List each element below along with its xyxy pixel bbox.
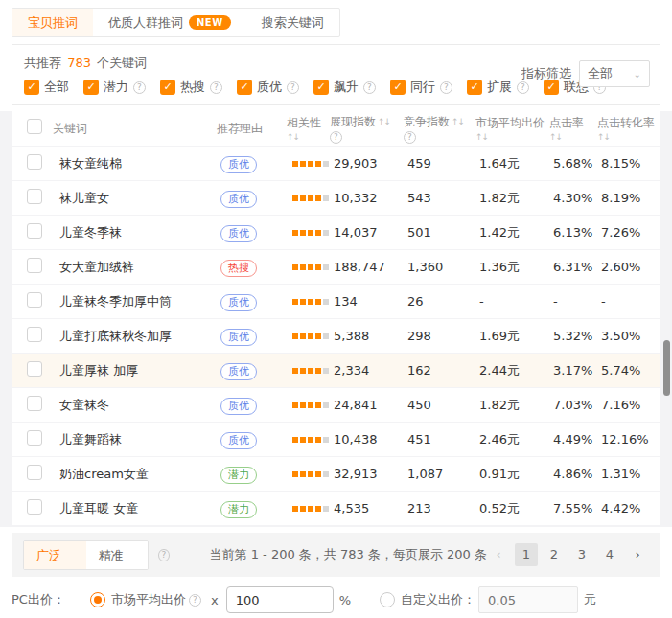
- relevance-square: [323, 402, 329, 408]
- row-checkbox-cell: [12, 499, 53, 518]
- checkbox-checked-icon[interactable]: ✓: [160, 80, 175, 95]
- checkbox-checked-icon[interactable]: ✓: [83, 80, 99, 95]
- keyword-cell: 女童袜冬: [53, 397, 217, 414]
- table-row[interactable]: 袜女童纯棉质优29,9034591.64元5.68%8.15%: [12, 147, 660, 180]
- conversion-rate-cell: 12.16%: [597, 432, 660, 446]
- relevance-square: [308, 368, 313, 374]
- help-icon[interactable]: ?: [133, 81, 146, 94]
- page-prev-button[interactable]: ‹: [487, 543, 510, 566]
- match-mode-2[interactable]: 精准匹配: [86, 541, 149, 569]
- column-header-6[interactable]: 市场平均出价↑↓: [475, 115, 549, 142]
- table-row[interactable]: 儿童冬季袜质优14,0375011.42元6.13%7.26%: [12, 216, 660, 249]
- help-icon[interactable]: ?: [287, 81, 299, 94]
- market-avg-bid-cell: 1.69元: [475, 328, 549, 345]
- column-header-7[interactable]: 点击率↑↓: [549, 115, 597, 142]
- checkbox-checked-icon[interactable]: ✓: [237, 80, 252, 95]
- table-row[interactable]: 儿童舞蹈袜质优10,4384512.46元4.49%12.16%: [12, 423, 660, 456]
- row-checkbox[interactable]: [27, 499, 42, 515]
- row-checkbox[interactable]: [27, 154, 42, 170]
- table-row[interactable]: 女童袜冬质优24,8414501.82元7.03%7.16%: [12, 388, 660, 422]
- page-button-4[interactable]: 4: [598, 543, 621, 566]
- sort-icon[interactable]: ↑↓: [549, 132, 562, 142]
- tab-1[interactable]: 宝贝推词: [12, 9, 93, 36]
- relevance-square: [308, 333, 313, 339]
- row-checkbox[interactable]: [27, 258, 42, 273]
- page-button-3[interactable]: 3: [570, 543, 593, 566]
- table-row[interactable]: 女大童加绒裤热搜188,7471,3601.36元6.31%2.60%: [12, 250, 660, 284]
- select-all-checkbox[interactable]: [27, 119, 42, 134]
- sort-icon[interactable]: ↑↓: [597, 132, 610, 142]
- sort-icon[interactable]: ↑↓: [378, 117, 390, 126]
- row-checkbox[interactable]: [27, 396, 42, 411]
- metric-filter-select[interactable]: 全部 ⌄: [579, 60, 650, 87]
- column-header-1[interactable]: 关键词: [53, 121, 217, 137]
- table-row[interactable]: 儿童耳暖 女童潜力4,5352130.52元7.55%4.42%: [12, 492, 660, 525]
- row-checkbox[interactable]: [27, 327, 42, 342]
- row-checkbox[interactable]: [27, 430, 42, 446]
- table-row[interactable]: 奶油cream女童潜力32,9131,0870.91元4.86%1.31%: [12, 457, 660, 491]
- sort-icon[interactable]: ↑↓: [452, 117, 464, 126]
- table-row[interactable]: 儿童袜冬季加厚中筒质优13426---: [12, 285, 660, 318]
- row-checkbox[interactable]: [27, 189, 42, 204]
- help-icon[interactable]: ?: [330, 131, 342, 144]
- row-checkbox[interactable]: [27, 223, 42, 239]
- filter-option-3[interactable]: ✓热搜?: [160, 79, 222, 96]
- help-icon[interactable]: ?: [440, 81, 452, 94]
- column-header-5[interactable]: 竞争指数↑↓?: [404, 114, 475, 144]
- table-row[interactable]: 袜儿童女质优10,3325431.82元4.30%8.19%: [12, 181, 660, 215]
- filter-option-2[interactable]: ✓潜力?: [83, 79, 146, 96]
- relevance-square: [292, 368, 298, 374]
- filter-panel: 共推荐 783 个关键词 ✓全部✓潜力?✓热搜?✓质优?✓飙升?✓同行?✓扩展?…: [12, 44, 660, 105]
- checkbox-checked-icon[interactable]: ✓: [313, 80, 329, 95]
- relevance-square: [292, 333, 298, 339]
- row-checkbox-cell: [12, 154, 53, 173]
- table-row[interactable]: 儿童打底袜秋冬加厚质优5,3882981.69元5.32%3.50%: [12, 319, 660, 353]
- column-header-3[interactable]: 相关性↑↓: [287, 115, 330, 142]
- table-row[interactable]: 儿童厚袜 加厚质优2,3341622.44元3.17%5.74%: [12, 354, 660, 387]
- sort-icon[interactable]: ↑↓: [475, 132, 488, 142]
- market-avg-bid-radio[interactable]: [90, 592, 105, 607]
- column-header-2[interactable]: 推荐理由: [217, 121, 287, 137]
- scrollbar-thumb[interactable]: [663, 340, 670, 396]
- custom-bid-radio[interactable]: [380, 592, 395, 607]
- tab-3[interactable]: 搜索关键词: [246, 9, 339, 36]
- row-checkbox[interactable]: [27, 465, 42, 480]
- filter-option-5[interactable]: ✓飙升?: [313, 79, 376, 96]
- filter-option-6[interactable]: ✓同行?: [390, 79, 452, 96]
- relevance-square: [308, 471, 313, 477]
- keyword-cell: 儿童舞蹈袜: [53, 431, 217, 448]
- column-header-4[interactable]: 展现指数↑↓?: [330, 114, 404, 144]
- checkbox-checked-icon[interactable]: ✓: [390, 80, 406, 95]
- conversion-rate-cell: 3.50%: [597, 329, 660, 343]
- relevance-square: [308, 437, 313, 443]
- help-icon[interactable]: ?: [210, 81, 222, 94]
- custom-bid-input[interactable]: [478, 586, 578, 613]
- sort-icon[interactable]: ↑↓: [287, 132, 299, 142]
- match-mode-1[interactable]: 广泛匹配: [24, 541, 86, 569]
- page-button-2[interactable]: 2: [543, 543, 566, 566]
- row-checkbox[interactable]: [27, 292, 42, 308]
- table-header-row: 关键词推荐理由相关性↑↓展现指数↑↓?竞争指数↑↓?市场平均出价↑↓点击率↑↓点…: [12, 111, 660, 146]
- column-header-label: 竞争指数↑↓: [404, 114, 475, 130]
- row-checkbox[interactable]: [27, 361, 42, 377]
- help-icon[interactable]: ?: [363, 81, 376, 94]
- tab-label: 搜索关键词: [262, 14, 324, 32]
- filter-option-4[interactable]: ✓质优?: [237, 79, 299, 96]
- bid-percent-input[interactable]: [226, 586, 334, 613]
- checkbox-checked-icon[interactable]: ✓: [24, 80, 39, 95]
- checkbox-checked-icon[interactable]: ✓: [467, 80, 482, 95]
- filter-option-1[interactable]: ✓全部: [24, 79, 69, 96]
- help-icon[interactable]: ?: [404, 131, 416, 144]
- filter-option-7[interactable]: ✓扩展?: [467, 79, 529, 96]
- tab-2[interactable]: 优质人群推词NEW: [93, 9, 246, 36]
- conversion-rate-cell: 7.16%: [597, 398, 660, 412]
- help-icon[interactable]: ?: [189, 594, 201, 607]
- impression-index-cell: 10,438: [330, 432, 404, 446]
- help-icon[interactable]: ?: [158, 549, 169, 561]
- market-avg-bid-cell: 2.46元: [475, 431, 549, 448]
- page-next-button[interactable]: ›: [626, 543, 649, 566]
- column-header-8[interactable]: 点击转化率↑↓: [597, 115, 660, 142]
- market-avg-bid-cell: 1.64元: [475, 155, 549, 172]
- filter-option-label: 飙升: [334, 79, 359, 96]
- page-button-1[interactable]: 1: [515, 543, 538, 566]
